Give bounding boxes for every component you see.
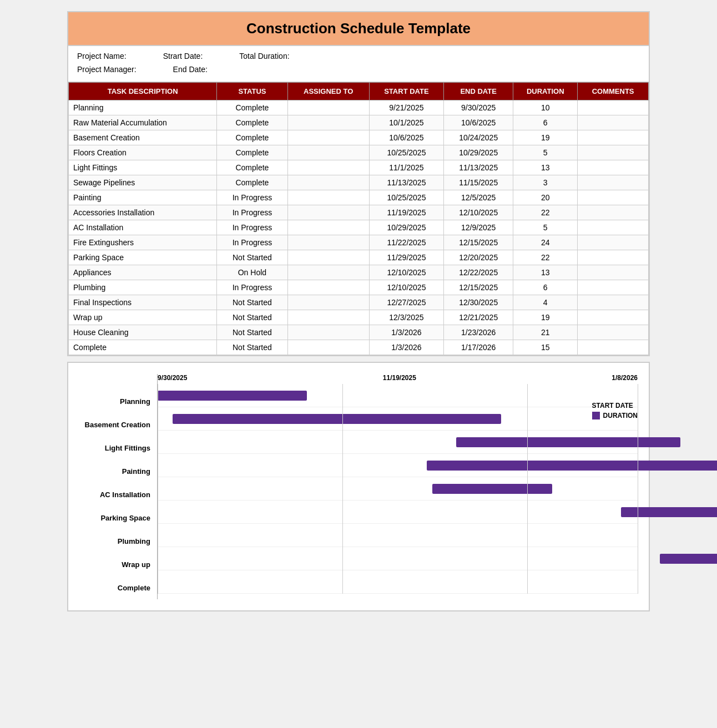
assigned-cell: [287, 250, 369, 265]
task-cell: Plumbing: [69, 280, 217, 295]
task-cell: Raw Material Accumulation: [69, 115, 217, 130]
assigned-cell: [287, 100, 369, 115]
chart-y-label: Basement Creation: [79, 413, 153, 436]
table-row: Painting In Progress 10/25/2025 12/5/202…: [69, 190, 649, 205]
table-row: Light Fittings Complete 11/1/2025 11/13/…: [69, 160, 649, 175]
start-date-legend-label: START DATE: [592, 402, 633, 410]
duration-cell: 3: [513, 175, 578, 190]
duration-legend-color: [592, 412, 600, 419]
assigned-cell: [287, 145, 369, 160]
start-date-label: Strart Date:: [163, 52, 203, 60]
status-cell: On Hold: [217, 265, 287, 280]
end-date-label: End Date:: [173, 65, 208, 74]
status-cell: In Progress: [217, 235, 287, 250]
status-cell: In Progress: [217, 220, 287, 235]
comments-cell: [578, 325, 649, 340]
end-cell: 11/13/2025: [444, 160, 513, 175]
start-cell: 10/25/2025: [369, 190, 443, 205]
chart-y-label: Painting: [79, 459, 153, 483]
comments-cell: [578, 220, 649, 235]
task-cell: Complete: [69, 340, 217, 355]
comments-cell: [578, 145, 649, 160]
comments-cell: [578, 190, 649, 205]
task-cell: Wrap up: [69, 310, 217, 325]
end-cell: 12/20/2025: [444, 250, 513, 265]
col-end: END DATE: [444, 83, 513, 100]
start-cell: 11/13/2025: [369, 175, 443, 190]
status-cell: Complete: [217, 145, 287, 160]
end-cell: 12/10/2025: [444, 205, 513, 220]
duration-cell: 10: [513, 100, 578, 115]
chart-y-label: Wrap up: [79, 553, 153, 576]
task-cell: AC Installation: [69, 220, 217, 235]
x-label-2: 1/8/2026: [612, 374, 638, 382]
status-cell: Not Started: [217, 295, 287, 310]
end-cell: 9/30/2025: [444, 100, 513, 115]
chart-row: [158, 384, 638, 407]
start-cell: 11/22/2025: [369, 235, 443, 250]
table-row: Plumbing In Progress 12/10/2025 12/15/20…: [69, 280, 649, 295]
task-cell: Painting: [69, 190, 217, 205]
total-duration-field: Total Duration:: [239, 52, 292, 60]
end-date-field: End Date:: [173, 65, 211, 74]
table-row: Wrap up Not Started 12/3/2025 12/21/2025…: [69, 310, 649, 325]
assigned-cell: [287, 325, 369, 340]
task-cell: Sewage Pipelines: [69, 175, 217, 190]
chart-row: [158, 431, 638, 454]
task-cell: Fire Extingushers: [69, 235, 217, 250]
comments-cell: [578, 100, 649, 115]
chart-y-label: Planning: [79, 390, 153, 413]
table-row: Floors Creation Complete 10/25/2025 10/2…: [69, 145, 649, 160]
status-cell: Complete: [217, 100, 287, 115]
chart-y-label: Complete: [79, 576, 153, 599]
col-duration: DURATION: [513, 83, 578, 100]
duration-cell: 5: [513, 220, 578, 235]
comments-cell: [578, 265, 649, 280]
chart-y-labels: PlanningBasement CreationLight FittingsP…: [79, 374, 157, 599]
start-cell: 1/3/2026: [369, 325, 443, 340]
start-cell: 12/10/2025: [369, 280, 443, 295]
assigned-cell: [287, 280, 369, 295]
comments-cell: [578, 280, 649, 295]
chart-label-list: PlanningBasement CreationLight FittingsP…: [79, 390, 153, 599]
col-comments: COMMENTS: [578, 83, 649, 100]
end-cell: 12/30/2025: [444, 295, 513, 310]
comments-cell: [578, 235, 649, 250]
comments-cell: [578, 250, 649, 265]
end-cell: 12/9/2025: [444, 220, 513, 235]
status-cell: In Progress: [217, 205, 287, 220]
meta-row-2: Project Manager: End Date:: [77, 65, 640, 74]
task-cell: Appliances: [69, 265, 217, 280]
col-start: START DATE: [369, 83, 443, 100]
status-cell: Not Started: [217, 310, 287, 325]
duration-cell: 6: [513, 115, 578, 130]
start-cell: 11/19/2025: [369, 205, 443, 220]
end-cell: 1/17/2026: [444, 340, 513, 355]
comments-cell: [578, 205, 649, 220]
comments-cell: [578, 295, 649, 310]
duration-cell: 19: [513, 130, 578, 145]
gantt-bar: [456, 437, 680, 447]
table-row: Final Inspections Not Started 12/27/2025…: [69, 295, 649, 310]
status-cell: Complete: [217, 130, 287, 145]
table-row: Basement Creation Complete 10/6/2025 10/…: [69, 130, 649, 145]
chart-row: [158, 501, 638, 524]
start-cell: 1/3/2026: [369, 340, 443, 355]
table-body: Planning Complete 9/21/2025 9/30/2025 10…: [69, 100, 649, 355]
end-cell: 1/23/2026: [444, 325, 513, 340]
comments-cell: [578, 160, 649, 175]
chart-area: PlanningBasement CreationLight FittingsP…: [79, 374, 638, 599]
chart-container: PlanningBasement CreationLight FittingsP…: [67, 362, 650, 611]
status-cell: Complete: [217, 115, 287, 130]
duration-cell: 15: [513, 340, 578, 355]
assigned-cell: [287, 265, 369, 280]
start-cell: 11/29/2025: [369, 250, 443, 265]
schedule-table: TASK DESCRIPTION STATUS ASSIGNED TO STAR…: [68, 82, 649, 355]
chart-row: [158, 524, 638, 547]
table-row: Fire Extingushers In Progress 11/22/2025…: [69, 235, 649, 250]
chart-y-label: AC Installation: [79, 483, 153, 506]
table-row: AC Installation In Progress 10/29/2025 1…: [69, 220, 649, 235]
comments-cell: [578, 310, 649, 325]
gantt-bar: [427, 461, 717, 471]
start-cell: 10/6/2025: [369, 130, 443, 145]
